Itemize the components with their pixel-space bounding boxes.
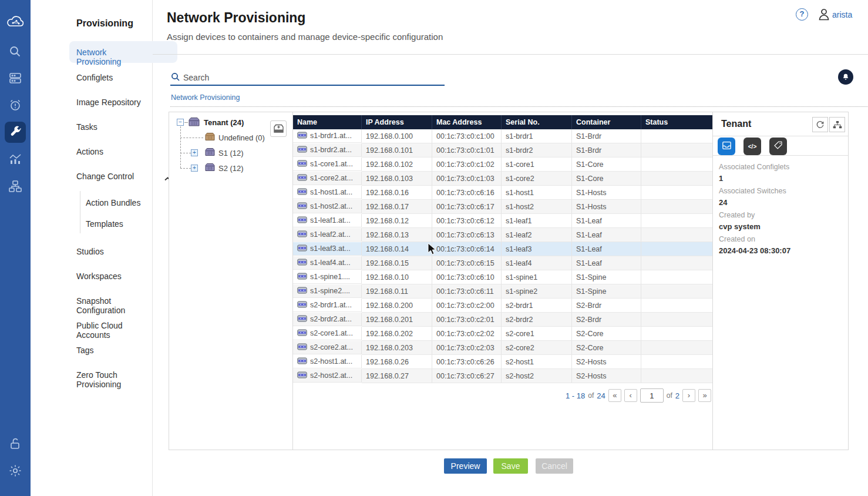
page-number-input[interactable] xyxy=(640,388,664,403)
first-page-button[interactable]: « xyxy=(608,389,621,402)
sidebar-item-network-provisioning[interactable]: Network Provisioning xyxy=(76,48,152,66)
save-button[interactable]: Save xyxy=(493,458,528,474)
switch-device-icon xyxy=(297,132,307,140)
device-ip: 192.168.0.201 xyxy=(362,313,432,327)
device-mac: 00:1c:73:c0:c6:12 xyxy=(432,214,502,228)
device-name: s1-spine1.... xyxy=(310,273,350,281)
hierarchy-view-button[interactable] xyxy=(829,117,845,132)
table-row[interactable]: s1-spine2.... 192.168.0.11 00:1c:73:c0:c… xyxy=(293,284,713,299)
device-ip: 192.168.0.10 xyxy=(362,270,432,284)
metrics-nav-icon[interactable] xyxy=(0,149,31,170)
expand-s2-toggle[interactable]: + xyxy=(191,165,198,172)
add-container-button[interactable] xyxy=(270,120,287,137)
breadcrumb-link[interactable]: Network Provisioning xyxy=(171,93,240,102)
expand-s1-toggle[interactable]: + xyxy=(191,149,198,156)
device-ip: 192.168.0.14 xyxy=(362,242,432,256)
tab-labels[interactable] xyxy=(769,138,787,155)
sidebar-item-public-cloud-accounts[interactable]: Public Cloud Accounts xyxy=(76,321,152,340)
switch-device-icon xyxy=(297,315,307,324)
topology-nav-icon[interactable] xyxy=(0,176,31,197)
tree-node-s2[interactable]: S2 (12) xyxy=(218,164,244,173)
tree-node-undefined[interactable]: Undefined (0) xyxy=(218,133,265,142)
details-header: Tenant xyxy=(713,112,848,136)
device-mac: 00:1c:73:c0:c6:13 xyxy=(432,228,502,242)
table-row[interactable]: s2-core1.at... 192.168.0.202 00:1c:73:c0… xyxy=(293,327,713,341)
device-status xyxy=(641,299,713,313)
sidebar-item-configlets[interactable]: Configlets xyxy=(76,73,113,82)
search-nav-icon[interactable] xyxy=(0,41,31,62)
table-row[interactable]: s2-host1.at... 192.168.0.26 00:1c:73:c0:… xyxy=(293,355,713,369)
tree-node-s1[interactable]: S1 (12) xyxy=(218,149,244,157)
table-row[interactable]: s1-spine1.... 192.168.0.10 00:1c:73:c0:c… xyxy=(293,270,713,284)
provisioning-nav-active[interactable] xyxy=(5,122,26,143)
last-page-button[interactable]: » xyxy=(698,389,711,402)
pagination-page-of: of xyxy=(667,391,672,400)
tab-configlets[interactable]: </> xyxy=(743,138,761,155)
table-row[interactable]: s1-core2.at... 192.168.0.103 00:1c:73:c0… xyxy=(293,172,713,186)
search-input[interactable] xyxy=(183,71,436,84)
device-container: S1-Hosts xyxy=(572,186,641,200)
events-nav-icon[interactable] xyxy=(0,95,31,116)
sidebar-item-snapshot-configuration[interactable]: Snapshot Configuration xyxy=(76,296,152,315)
devices-nav-icon[interactable] xyxy=(0,68,31,89)
table-row[interactable]: s2-host2.at... 192.168.0.27 00:1c:73:c0:… xyxy=(293,369,713,383)
username[interactable]: arista xyxy=(832,10,852,19)
device-mac: 00:1c:73:c0:c6:26 xyxy=(432,355,502,369)
table-row[interactable]: s1-brdr2.at... 192.168.0.101 00:1c:73:c0… xyxy=(293,143,713,157)
sidebar-item-change-control[interactable]: Change Control xyxy=(76,172,134,181)
sidebar-item-studios[interactable]: Studios xyxy=(76,247,104,256)
table-row[interactable]: s2-core2.at... 192.168.0.203 00:1c:73:c0… xyxy=(293,341,713,355)
container-icon-tenant xyxy=(188,117,200,129)
table-row[interactable]: s1-leaf3.at... 192.168.0.14 00:1c:73:c0:… xyxy=(293,242,713,256)
sidebar-item-workspaces[interactable]: Workspaces xyxy=(76,272,122,281)
sidebar-item-action-bundles[interactable]: Action Bundles xyxy=(86,198,140,207)
table-row[interactable]: s1-core1.at... 192.168.0.102 00:1c:73:c0… xyxy=(293,157,713,172)
tag-icon xyxy=(773,140,783,152)
column-header-container[interactable]: Container xyxy=(572,115,641,129)
pagination-of: of xyxy=(588,391,594,400)
device-status xyxy=(641,369,713,383)
table-row[interactable]: s1-leaf2.at... 192.168.0.13 00:1c:73:c0:… xyxy=(293,228,713,242)
table-row[interactable]: s2-brdr2.at... 192.168.0.201 00:1c:73:c0… xyxy=(293,313,713,327)
sidebar-item-zero-touch-provisioning[interactable]: Zero Touch Provisioning xyxy=(76,370,152,389)
device-ip: 192.168.0.103 xyxy=(362,172,432,186)
tab-container-overview[interactable] xyxy=(718,138,735,155)
help-icon[interactable]: ? xyxy=(796,8,808,21)
sidebar-item-actions[interactable]: Actions xyxy=(76,147,103,156)
collapse-tenant-toggle[interactable]: − xyxy=(177,119,184,126)
table-row[interactable]: s1-host1.at... 192.168.0.16 00:1c:73:c0:… xyxy=(293,186,713,200)
notifications-bell-icon[interactable] xyxy=(838,69,853,85)
table-row[interactable]: s2-brdr1.at... 192.168.0.200 00:1c:73:c0… xyxy=(293,299,713,313)
table-row[interactable]: s1-brdr1.at... 192.168.0.100 00:1c:73:c0… xyxy=(293,129,713,143)
tree-node-tenant[interactable]: Tenant (24) xyxy=(204,118,244,127)
prev-page-button[interactable]: ‹ xyxy=(624,389,637,402)
table-row[interactable]: s1-leaf4.at... 192.168.0.15 00:1c:73:c0:… xyxy=(293,256,713,270)
sidebar-item-tasks[interactable]: Tasks xyxy=(76,122,97,132)
device-name: s2-core1.at... xyxy=(310,329,353,337)
column-header-ip[interactable]: IP Address xyxy=(362,115,432,129)
column-header-name[interactable]: Name xyxy=(293,115,362,129)
next-page-button[interactable]: › xyxy=(682,389,695,402)
settings-gear-icon[interactable] xyxy=(0,460,31,481)
sidebar-item-image-repository[interactable]: Image Repository xyxy=(76,98,141,107)
switch-device-icon xyxy=(297,343,307,352)
cancel-button[interactable]: Cancel xyxy=(536,458,573,474)
preview-button[interactable]: Preview xyxy=(444,458,487,474)
sidebar-item-tags[interactable]: Tags xyxy=(76,346,94,355)
column-header-mac[interactable]: Mac Address xyxy=(432,115,502,129)
device-ip: 192.168.0.15 xyxy=(362,256,432,270)
device-name: s2-brdr2.at... xyxy=(310,315,352,323)
column-header-status[interactable]: Status xyxy=(641,115,713,129)
user-icon[interactable] xyxy=(817,8,830,24)
table-row[interactable]: s1-leaf1.at... 192.168.0.12 00:1c:73:c0:… xyxy=(293,214,713,228)
device-ip: 192.168.0.13 xyxy=(362,228,432,242)
container-icon-s2 xyxy=(204,163,216,174)
device-mac: 00:1c:73:c0:c6:15 xyxy=(432,256,502,270)
refresh-button[interactable] xyxy=(812,117,828,132)
sidebar-item-templates[interactable]: Templates xyxy=(86,219,123,229)
column-header-serial[interactable]: Serial No. xyxy=(502,115,572,129)
table-row[interactable]: s1-host2.at... 192.168.0.17 00:1c:73:c0:… xyxy=(293,200,713,214)
cloudvision-logo-icon[interactable] xyxy=(0,12,31,33)
lock-icon[interactable] xyxy=(0,433,31,454)
switch-device-icon xyxy=(297,287,307,296)
